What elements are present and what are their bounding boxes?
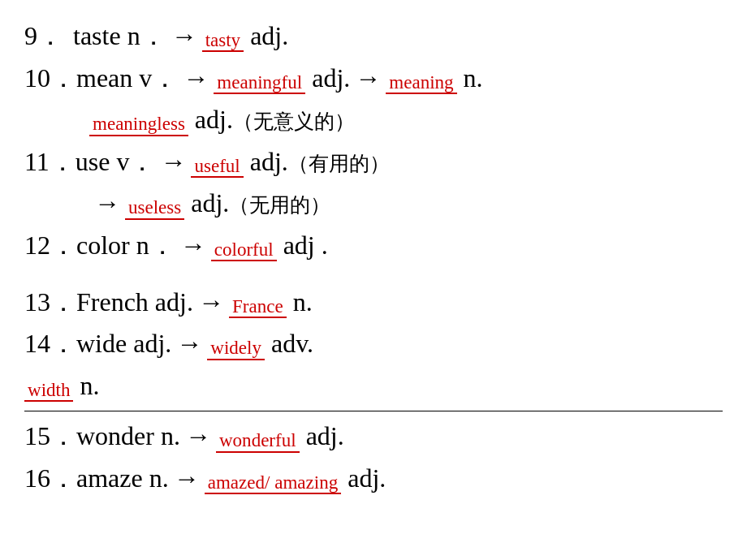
answer-amazed-amazing: amazed/ amazing (205, 472, 342, 494)
answer-useful: useful (191, 156, 243, 178)
arrow-11a: → (160, 142, 186, 183)
answer-tasty: tasty (202, 30, 244, 52)
line-11: 11． use v． → useful adj.（有用的） (24, 142, 723, 183)
num-15: 15． (24, 416, 76, 457)
arrow-9: → (171, 16, 197, 57)
pos-adj-9: adj. (244, 16, 288, 57)
pos-adj-12: adj . (277, 226, 328, 266)
word-wonder: wonder n. (76, 416, 180, 457)
num-9: 9． (24, 16, 73, 57)
num-16: 16． (24, 459, 76, 499)
answer-width: width (24, 380, 73, 402)
pos-adj-10: adj. (305, 58, 350, 99)
word-wide: wide adj. (76, 324, 171, 364)
pos-n-13: n. (287, 282, 313, 323)
num-14: 14． (24, 324, 76, 364)
num-11: 11． (24, 142, 76, 183)
answer-useless: useless (125, 197, 184, 219)
pos-n-10: n. (457, 58, 483, 99)
word-color: color n． (76, 226, 175, 266)
line-14: 14． wide adj. → widely adv. (24, 324, 723, 364)
spacer-1 (24, 268, 723, 282)
pos-adj-15: adj. (300, 416, 344, 457)
word-mean: mean v． (76, 58, 178, 99)
num-12: 12． (24, 226, 76, 266)
arrow-11b: → (94, 183, 120, 224)
line-13: 13． French adj. → France n. (24, 282, 723, 323)
line-15: 15． wonder n. → wonderful adj. (24, 416, 723, 457)
answer-widely: widely (207, 338, 265, 360)
pos-adv-14: adv. (265, 324, 313, 364)
line-9: 9． taste n． → tasty adj. (24, 16, 723, 57)
arrow-10b: → (355, 58, 381, 99)
answer-meaningless: meaningless (89, 114, 188, 136)
arrow-12: → (180, 226, 206, 266)
arrow-14: → (176, 324, 202, 364)
main-content: 9． taste n． → tasty adj. 10． mean v． → m… (24, 16, 723, 499)
answer-colorful: colorful (211, 239, 277, 261)
line-11b: → useless adj.（无用的） (89, 183, 723, 224)
answer-france: France (229, 296, 287, 318)
arrow-15: → (185, 416, 211, 457)
answer-wonderful: wonderful (216, 430, 300, 452)
word-use: use v． (76, 142, 156, 183)
num-10: 10． (24, 58, 76, 99)
answer-meaningful: meaningful (214, 72, 305, 94)
arrow-16: → (174, 459, 200, 499)
line-10: 10． mean v． → meaningful adj. → meaning … (24, 58, 723, 99)
line-14b: width n. (24, 366, 723, 407)
divider (24, 411, 723, 411)
arrow-10a: → (183, 58, 209, 99)
word-french: French adj. (76, 282, 193, 323)
pos-adj-16: adj. (341, 459, 386, 499)
pos-adj-10b: adj.（无意义的） (188, 100, 355, 140)
pos-adj-11b: adj.（无用的） (184, 183, 330, 224)
word-amaze: amaze n. (76, 459, 169, 499)
line-10b: meaningless adj.（无意义的） (89, 100, 723, 140)
answer-meaning: meaning (386, 72, 456, 94)
line-16: 16． amaze n. → amazed/ amazing adj. (24, 459, 723, 499)
arrow-13: → (198, 282, 224, 323)
num-13: 13． (24, 282, 76, 323)
pos-n-14b: n. (73, 366, 99, 407)
line-12: 12． color n． → colorful adj . (24, 226, 723, 266)
word-taste: taste n． (73, 16, 166, 57)
pos-adj-11: adj.（有用的） (244, 142, 390, 183)
